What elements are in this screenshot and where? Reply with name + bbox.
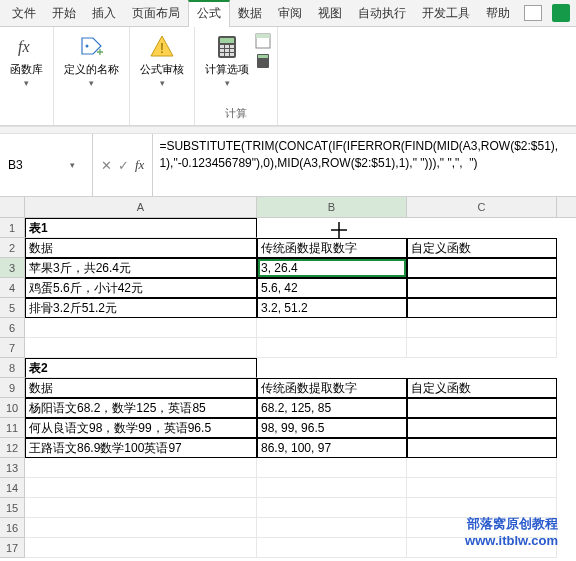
cell-B5[interactable]: 3.2, 51.2 [257,298,407,318]
row-header-2[interactable]: 2 [0,238,25,258]
cell-A6[interactable] [25,318,257,338]
confirm-icon[interactable]: ✓ [118,158,129,173]
row-header-9[interactable]: 9 [0,378,25,398]
cell-A1[interactable]: 表1 [25,218,257,238]
row-header-11[interactable]: 11 [0,418,25,438]
cell-B11[interactable]: 98, 99, 96.5 [257,418,407,438]
cell-C11[interactable] [407,418,557,438]
tab-页面布局[interactable]: 页面布局 [124,0,188,27]
col-header-A[interactable]: A [25,197,257,217]
row-header-4[interactable]: 4 [0,278,25,298]
cell-A10[interactable]: 杨阳语文68.2，数学125，英语85 [25,398,257,418]
cell-C5[interactable] [407,298,557,318]
svg-rect-15 [256,34,270,38]
group-formula-audit: ! 公式审核▾ [130,27,195,125]
cell-A14[interactable] [25,478,257,498]
name-box-dropdown[interactable]: ▾ [66,158,79,172]
cell-C1[interactable] [407,218,557,238]
cell-B16[interactable] [257,518,407,538]
select-all-corner[interactable] [0,197,25,217]
tab-数据[interactable]: 数据 [230,0,270,27]
cell-C10[interactable] [407,398,557,418]
tab-自动执行[interactable]: 自动执行 [350,0,414,27]
row-header-7[interactable]: 7 [0,338,25,358]
row-header-3[interactable]: 3 [0,258,25,278]
insert-function-icon[interactable]: fx [135,157,144,173]
cell-C12[interactable] [407,438,557,458]
cell-B17[interactable] [257,538,407,558]
col-header-B[interactable]: B [257,197,407,217]
formula-input[interactable]: =SUBSTITUTE(TRIM(CONCAT(IF(IFERROR(FIND(… [153,134,576,196]
cancel-icon[interactable]: ✕ [101,158,112,173]
row-header-10[interactable]: 10 [0,398,25,418]
calc-sheet-button[interactable] [255,53,271,69]
tab-开发工具[interactable]: 开发工具 [414,0,478,27]
cell-B8[interactable] [257,358,407,378]
row-header-8[interactable]: 8 [0,358,25,378]
cell-A12[interactable]: 王路语文86.9数学100英语97 [25,438,257,458]
row-header-17[interactable]: 17 [0,538,25,558]
cell-C9[interactable]: 自定义函数 [407,378,557,398]
cell-A2[interactable]: 数据 [25,238,257,258]
tab-公式[interactable]: 公式 [188,0,230,27]
tab-文件[interactable]: 文件 [4,0,44,27]
row-header-5[interactable]: 5 [0,298,25,318]
cell-B7[interactable] [257,338,407,358]
row-header-14[interactable]: 14 [0,478,25,498]
cell-C4[interactable] [407,278,557,298]
cell-B13[interactable] [257,458,407,478]
tab-帮助[interactable]: 帮助 [478,0,518,27]
cell-A15[interactable] [25,498,257,518]
cell-A4[interactable]: 鸡蛋5.6斤，小计42元 [25,278,257,298]
cell-C14[interactable] [407,478,557,498]
row-header-6[interactable]: 6 [0,318,25,338]
cell-B10[interactable]: 68.2, 125, 85 [257,398,407,418]
cell-B6[interactable] [257,318,407,338]
name-box-input[interactable] [6,157,66,173]
row-header-15[interactable]: 15 [0,498,25,518]
cell-A16[interactable] [25,518,257,538]
row-header-12[interactable]: 12 [0,438,25,458]
row-header-1[interactable]: 1 [0,218,25,238]
cell-B9[interactable]: 传统函数提取数字 [257,378,407,398]
tab-审阅[interactable]: 审阅 [270,0,310,27]
cell-B12[interactable]: 86.9, 100, 97 [257,438,407,458]
tab-开始[interactable]: 开始 [44,0,84,27]
calc-now-button[interactable] [255,33,271,49]
cell-A7[interactable] [25,338,257,358]
cell-A9[interactable]: 数据 [25,378,257,398]
defined-names-button[interactable]: 定义的名称▾ [60,31,123,91]
fx-icon: fx [13,33,41,61]
cell-A5[interactable]: 排骨3.2斤51.2元 [25,298,257,318]
tab-插入[interactable]: 插入 [84,0,124,27]
cell-C3[interactable] [407,258,557,278]
row-header-16[interactable]: 16 [0,518,25,538]
tab-视图[interactable]: 视图 [310,0,350,27]
cell-B4[interactable]: 5.6, 42 [257,278,407,298]
cell-C7[interactable] [407,338,557,358]
svg-point-1 [85,45,88,48]
col-header-C[interactable]: C [407,197,557,217]
formula-audit-button[interactable]: ! 公式审核▾ [136,31,188,91]
share-button[interactable] [552,4,570,22]
cell-B2[interactable]: 传统函数提取数字 [257,238,407,258]
cell-A13[interactable] [25,458,257,478]
svg-rect-9 [225,49,229,52]
cell-C8[interactable] [407,358,557,378]
cell-B14[interactable] [257,478,407,498]
calc-options-button[interactable]: 计算选项▾ [201,31,253,91]
cell-A8[interactable]: 表2 [25,358,257,378]
cell-C6[interactable] [407,318,557,338]
cell-A11[interactable]: 何从良语文98，数学99，英语96.5 [25,418,257,438]
fx-library-button[interactable]: fx 函数库▾ [6,31,47,91]
cell-A3[interactable]: 苹果3斤，共26.4元 [25,258,257,278]
cell-C2[interactable]: 自定义函数 [407,238,557,258]
cell-A17[interactable] [25,538,257,558]
cell-B3[interactable]: 3, 26.4 [257,258,407,278]
row-header-13[interactable]: 13 [0,458,25,478]
cell-C13[interactable] [407,458,557,478]
cell-B15[interactable] [257,498,407,518]
comments-icon[interactable] [524,5,542,21]
name-box[interactable]: ▾ [0,134,93,196]
cell-B1[interactable] [257,218,407,238]
